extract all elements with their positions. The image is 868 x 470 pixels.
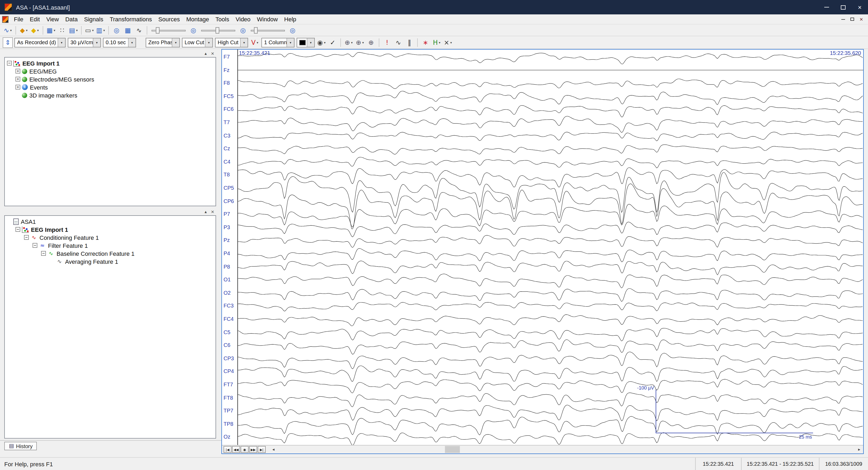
tree-item-label: 3D image markers <box>29 92 78 98</box>
chart-view-button[interactable]: ▥▾ <box>95 25 105 35</box>
menu-edit[interactable]: Edit <box>26 14 43 24</box>
histogram-button[interactable]: H▾ <box>432 37 442 48</box>
eeg-trace-F7 <box>238 53 863 64</box>
high-cut-combo[interactable]: High Cut Of▾ <box>215 38 248 47</box>
menu-montage[interactable]: Montage <box>183 14 212 24</box>
pan-center-button[interactable]: ⊕▾ <box>355 37 365 48</box>
depth-slider[interactable] <box>251 26 285 34</box>
mdi-restore-button[interactable] <box>848 15 857 23</box>
slider-thumb[interactable] <box>216 27 219 33</box>
montage-combo[interactable]: As Recorded (d)▾ <box>14 38 66 47</box>
maximize-button[interactable] <box>835 0 851 14</box>
trace-color-combo[interactable]: ▾ <box>297 38 315 47</box>
menu-data[interactable]: Data <box>62 14 81 24</box>
fit-amplitude-button[interactable]: ⇕ <box>3 37 13 48</box>
artifact-button[interactable]: ∗ <box>421 37 431 48</box>
screen-view-button[interactable]: ▭▾ <box>84 25 94 35</box>
rotation-slider-target-button[interactable]: ◎ <box>238 25 248 35</box>
panel-close-button[interactable]: × <box>209 209 216 215</box>
open-3d-view-button[interactable]: ◆▾ <box>19 25 29 35</box>
depth-slider-target-button[interactable]: ◎ <box>287 25 298 35</box>
slider-thumb[interactable] <box>156 27 159 33</box>
filter-response-icon: V <box>251 39 255 45</box>
dot-marker-button[interactable]: ◉▾ <box>316 37 327 48</box>
slider-thumb[interactable] <box>254 27 258 33</box>
chevron-down-icon: ▾ <box>362 40 364 44</box>
menu-sources[interactable]: Sources <box>155 14 183 24</box>
filter-response-button[interactable]: V▾ <box>250 37 260 48</box>
timebase-combo[interactable]: 0.10 sec▾ <box>103 38 136 47</box>
expand-toggle-icon[interactable]: + <box>16 85 20 90</box>
sensitivity-combo[interactable]: 30 µV/cm▾ <box>68 38 101 47</box>
menu-help[interactable]: Help <box>281 14 299 24</box>
pan-right-button[interactable]: ⊕ <box>366 37 376 48</box>
apply-check-button[interactable]: ✓ <box>328 37 338 48</box>
menu-tools[interactable]: Tools <box>212 14 232 24</box>
workspace-item-eeg-meg[interactable]: +EEG/MEG <box>5 67 216 75</box>
channel-label-FC5: FC5 <box>223 94 234 99</box>
history-tab[interactable]: ▤ History <box>4 442 37 450</box>
delete-button[interactable]: ×▾ <box>443 37 453 48</box>
page-back-button[interactable]: ◀◀ <box>232 446 240 453</box>
eeg-traces <box>238 49 863 446</box>
open-2d-view-button[interactable]: ◆▾ <box>30 25 40 35</box>
expand-toggle-icon[interactable]: + <box>16 77 20 81</box>
zoom-slider-target-button[interactable]: ◎ <box>188 25 198 35</box>
rotation-slider[interactable] <box>201 26 235 34</box>
eeg-scrollbar-thumb[interactable] <box>445 446 460 453</box>
workspace-item-3d-image-markers[interactable]: 3D image markers <box>5 91 216 99</box>
expand-toggle-icon[interactable]: − <box>41 251 46 256</box>
go-last-button[interactable]: ▶| <box>258 446 266 453</box>
menu-view[interactable]: View <box>43 14 62 24</box>
analysis-item-asa1[interactable]: ASA1 <box>5 217 216 226</box>
expand-toggle-icon[interactable]: − <box>7 61 12 66</box>
eeg-scrollbar-track[interactable] <box>277 445 855 454</box>
expand-toggle-icon[interactable]: − <box>24 235 29 240</box>
pan-left-button[interactable]: ⊕▾ <box>344 37 354 48</box>
wave-tool-button[interactable]: ∿ <box>393 37 403 48</box>
analysis-item-conditioning-feature-1[interactable]: −∿Conditioning Feature 1 <box>5 233 216 241</box>
grid-button[interactable]: ▦ <box>123 25 133 35</box>
expand-toggle-icon[interactable]: + <box>16 69 20 73</box>
mdi-close-button[interactable]: × <box>857 15 866 23</box>
panel-collapse-button[interactable]: ▴ <box>202 51 209 57</box>
menu-transformations[interactable]: Transformations <box>106 14 155 24</box>
waveboard-button[interactable]: ∿ <box>134 25 144 35</box>
menu-window[interactable]: Window <box>254 14 281 24</box>
event-marker-button[interactable]: ! <box>382 37 392 48</box>
mdi-minimize-button[interactable] <box>839 15 848 23</box>
go-current-button[interactable]: ◉ <box>241 446 249 453</box>
panel-collapse-button[interactable]: ▴ <box>202 209 209 215</box>
layout-button[interactable]: ▤▾ <box>68 25 79 35</box>
data-table-button[interactable]: ▦▾ <box>46 25 56 35</box>
page-forward-button[interactable]: ▶▶ <box>249 446 257 453</box>
panel-close-button[interactable]: × <box>209 51 216 57</box>
analysis-item-averaging-feature-1[interactable]: ∿Averaging Feature 1 <box>5 257 216 265</box>
close-button[interactable]: × <box>851 0 868 14</box>
sensor-positions-button[interactable]: ∷ <box>57 25 67 35</box>
analysis-item-filter-feature-1[interactable]: −≈Filter Feature 1 <box>5 241 216 249</box>
workspace-item-electrodes-meg-sensors[interactable]: +Electrodes/MEG sensors <box>5 75 216 83</box>
filter-phase-combo[interactable]: Zero Phase▾ <box>146 38 180 47</box>
analysis-item-eeg-import-1[interactable]: −EEG Import 1 <box>5 226 216 233</box>
workspace-item-eeg-import-1[interactable]: −EEG Import 1 <box>5 59 216 67</box>
montage-map-button[interactable]: ∿▾ <box>3 25 13 35</box>
columns-combo[interactable]: 1 Column▾ <box>261 38 294 47</box>
eeg-trace-Cz <box>238 145 863 154</box>
menu-signals[interactable]: Signals <box>81 14 106 24</box>
crosshair-button[interactable]: ◎ <box>112 25 122 35</box>
minimize-button[interactable] <box>818 0 835 14</box>
scroll-left-arrow[interactable]: ◂ <box>270 445 277 454</box>
workspace-item-events[interactable]: +Events <box>5 83 216 91</box>
scroll-right-arrow[interactable]: ▸ <box>855 445 863 454</box>
zoom-slider[interactable] <box>152 26 186 34</box>
cursor-tool-button[interactable]: ‖ <box>404 37 414 48</box>
analysis-item-baseline-correction-feature-1[interactable]: −∿Baseline Correction Feature 1 <box>5 249 216 257</box>
menu-file[interactable]: File <box>11 14 26 24</box>
eeg-view[interactable]: F7FzF8FC5FC6T7C3CzC4T8CP5CP6P7P3PzP4P8O1… <box>221 49 864 454</box>
menu-video[interactable]: Video <box>232 14 254 24</box>
go-first-button[interactable]: |◀ <box>223 446 231 453</box>
expand-toggle-icon[interactable]: − <box>16 227 20 232</box>
expand-toggle-icon[interactable]: − <box>33 243 37 248</box>
low-cut-combo[interactable]: Low Cut Of▾ <box>182 38 213 47</box>
